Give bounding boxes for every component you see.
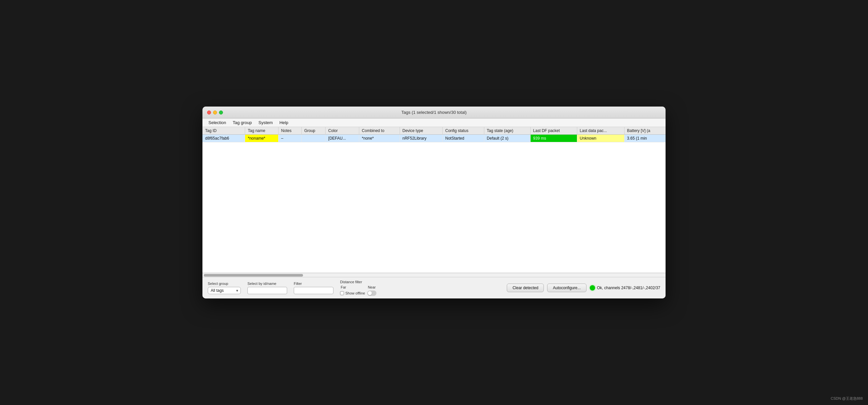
main-window: Tags (1 selected/1 shown/30 total) Selec…	[203, 106, 665, 299]
select-group-dropdown[interactable]: All tags Group 1 Group 2	[208, 287, 241, 294]
cell-last-df-packet: 939 ms	[530, 135, 577, 142]
table-header-row: Tag ID Tag name Notes Group Color Combin…	[203, 127, 665, 135]
show-offline-label: Show offline	[345, 291, 365, 295]
select-by-id-label: Select by id/name	[247, 282, 287, 285]
filter-label: Filter	[294, 282, 334, 285]
cell-tag-name: *noname*	[245, 135, 279, 142]
status-text: Ok, channels 2478/-,2481/-,2402/37	[597, 285, 660, 290]
distance-toggle[interactable]	[367, 290, 376, 296]
col-tag-state[interactable]: Tag state (age)	[484, 127, 530, 135]
col-tag-id[interactable]: Tag ID	[203, 127, 245, 135]
autoconfigure-button[interactable]: Autoconfigure...	[547, 284, 586, 292]
select-group-wrapper: All tags Group 1 Group 2 ▼	[208, 287, 241, 294]
menu-selection[interactable]: Selection	[205, 119, 229, 126]
cell-combined-to: *none*	[359, 135, 400, 142]
cell-color: [DEFAU...	[326, 135, 359, 142]
select-group-label: Select group	[208, 282, 241, 285]
cell-last-data-packet: Unknown	[577, 135, 624, 142]
horizontal-scrollbar[interactable]	[203, 273, 665, 277]
filter-group: Filter	[294, 282, 334, 294]
cell-group	[301, 135, 326, 142]
tags-table: Tag ID Tag name Notes Group Color Combin…	[203, 127, 665, 142]
close-button[interactable]	[207, 111, 211, 115]
far-label: Far	[341, 285, 346, 289]
menu-bar: Selection Tag group System Help	[203, 119, 665, 127]
bottom-bar: Select group All tags Group 1 Group 2 ▼ …	[203, 277, 665, 299]
status-dot-icon	[590, 285, 595, 290]
cell-battery: 3.65 (1 min	[624, 135, 665, 142]
col-notes[interactable]: Notes	[278, 127, 301, 135]
distance-filter-label: Distance filter	[340, 280, 376, 284]
cell-notes: –	[278, 135, 301, 142]
minimize-button[interactable]	[213, 111, 217, 115]
col-last-df-packet[interactable]: Last DF packet	[530, 127, 577, 135]
menu-system[interactable]: System	[255, 119, 276, 126]
col-color[interactable]: Color	[326, 127, 359, 135]
cell-device-type: nRF52Library	[400, 135, 442, 142]
bottom-right: Clear detected Autoconfigure... Ok, chan…	[507, 284, 660, 292]
cell-tag-id: d8f65ac7fab6	[203, 135, 245, 142]
col-battery[interactable]: Battery [V] (a	[624, 127, 665, 135]
col-config-status[interactable]: Config status	[442, 127, 484, 135]
distance-labels: Far Near	[340, 285, 376, 289]
col-device-type[interactable]: Device type	[400, 127, 442, 135]
cell-tag-state: Default (2 s)	[484, 135, 530, 142]
select-group-group: Select group All tags Group 1 Group 2 ▼	[208, 282, 241, 294]
select-by-id-group: Select by id/name	[247, 282, 287, 294]
col-last-data-packet[interactable]: Last data pac...	[577, 127, 624, 135]
clear-detected-button[interactable]: Clear detected	[507, 284, 544, 292]
maximize-button[interactable]	[219, 111, 223, 115]
filter-input[interactable]	[294, 287, 334, 294]
distance-filter-group: Distance filter Far Near Show offline	[340, 280, 376, 296]
menu-tag-group[interactable]: Tag group	[229, 119, 255, 126]
near-label: Near	[368, 285, 376, 289]
watermark: CSDN @王老急888	[831, 396, 863, 401]
select-by-id-input[interactable]	[247, 287, 287, 294]
menu-help[interactable]: Help	[276, 119, 292, 126]
window-title: Tags (1 selected/1 shown/30 total)	[401, 110, 466, 115]
scrollbar-thumb[interactable]	[204, 274, 303, 277]
show-offline-row: Show offline	[340, 291, 365, 295]
status-indicator: Ok, channels 2478/-,2481/-,2402/37	[590, 285, 660, 290]
col-combined-to[interactable]: Combined to	[359, 127, 400, 135]
title-bar: Tags (1 selected/1 shown/30 total)	[203, 106, 665, 119]
col-tag-name[interactable]: Tag name	[245, 127, 279, 135]
col-group[interactable]: Group	[301, 127, 326, 135]
tags-table-container: Tag ID Tag name Notes Group Color Combin…	[203, 127, 665, 273]
toggle-knob	[368, 291, 372, 295]
show-offline-checkbox[interactable]	[340, 291, 344, 295]
traffic-lights	[207, 111, 223, 115]
distance-slider-row: Show offline	[340, 290, 376, 296]
cell-config-status: NotStarted	[442, 135, 484, 142]
table-row[interactable]: d8f65ac7fab6 *noname* – [DEFAU... *none*…	[203, 135, 665, 142]
